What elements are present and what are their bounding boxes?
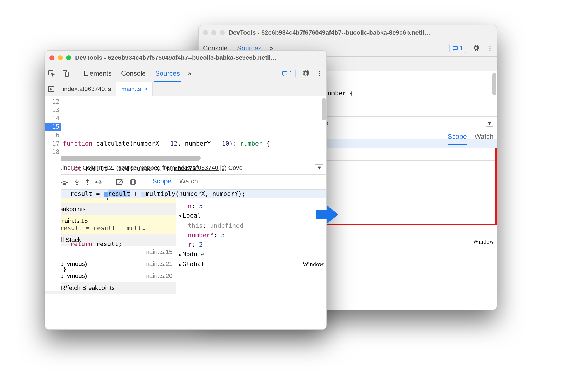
- code-editor-front[interactable]: 121314 15 161718 function calculate(numb…: [45, 96, 326, 155]
- tab-console[interactable]: Console: [119, 66, 147, 81]
- watch-tab[interactable]: Watch: [179, 177, 198, 187]
- device-icon[interactable]: [62, 70, 70, 77]
- arrow-icon: [315, 203, 340, 226]
- breakpoint-marker: [104, 192, 108, 197]
- source-code[interactable]: function calculate(numberX = 12, numberY…: [61, 96, 326, 291]
- close-dot[interactable]: [203, 30, 208, 35]
- titlebar-back: DevTools - 62c6b934c4b7f676049af4b7--buc…: [199, 25, 497, 40]
- svg-rect-7: [65, 72, 68, 77]
- file-tabs-front: index.af063740.js main.ts×: [45, 82, 326, 96]
- file-tab-index[interactable]: index.af063740.js: [58, 82, 116, 96]
- traffic-lights: [203, 30, 225, 35]
- issues-chip[interactable]: 1: [449, 44, 466, 53]
- breakpoint-gutter[interactable]: 15: [45, 123, 61, 131]
- min-dot[interactable]: [58, 55, 63, 60]
- vertical-scrollbar[interactable]: [322, 96, 326, 155]
- close-dot[interactable]: [49, 55, 54, 60]
- traffic-lights: [49, 55, 71, 60]
- svg-rect-8: [283, 71, 287, 75]
- file-tab-main[interactable]: main.ts×: [116, 82, 153, 96]
- svg-rect-0: [453, 46, 457, 50]
- scope-tab[interactable]: Scope: [152, 177, 171, 187]
- watch-tab[interactable]: Watch: [475, 133, 493, 142]
- devtools-window-front: DevTools - 62c6b934c4b7f676049af4b7--buc…: [45, 50, 327, 330]
- window-title: DevTools - 62c6b934c4b7f676049af4b7--buc…: [75, 54, 322, 61]
- tab-elements[interactable]: Elements: [82, 66, 113, 81]
- scope-tab[interactable]: Scope: [448, 133, 467, 142]
- kebab-icon[interactable]: ⋮: [486, 44, 494, 52]
- tabs-overflow[interactable]: »: [188, 70, 191, 77]
- max-dot[interactable]: [220, 30, 225, 35]
- gear-icon[interactable]: [472, 44, 480, 52]
- tab-sources[interactable]: Sources: [154, 66, 181, 81]
- gutter[interactable]: 121314 15 161718: [45, 96, 61, 291]
- inspect-icon[interactable]: [48, 70, 56, 77]
- window-title: DevTools - 62c6b934c4b7f676049af4b7--buc…: [229, 29, 492, 36]
- main-tabs-front: Elements Console Sources » 1 ⋮: [45, 65, 326, 82]
- close-icon[interactable]: ×: [144, 85, 147, 93]
- max-dot[interactable]: [66, 55, 71, 60]
- vertical-scrollbar[interactable]: [492, 71, 496, 110]
- gear-icon[interactable]: [302, 70, 310, 77]
- titlebar-front: DevTools - 62c6b934c4b7f676049af4b7--buc…: [45, 51, 326, 65]
- issues-chip[interactable]: 1: [279, 69, 296, 78]
- step-marker: [141, 192, 146, 197]
- min-dot[interactable]: [211, 30, 216, 35]
- kebab-icon[interactable]: ⋮: [316, 70, 324, 77]
- navigator-icon[interactable]: [45, 86, 58, 92]
